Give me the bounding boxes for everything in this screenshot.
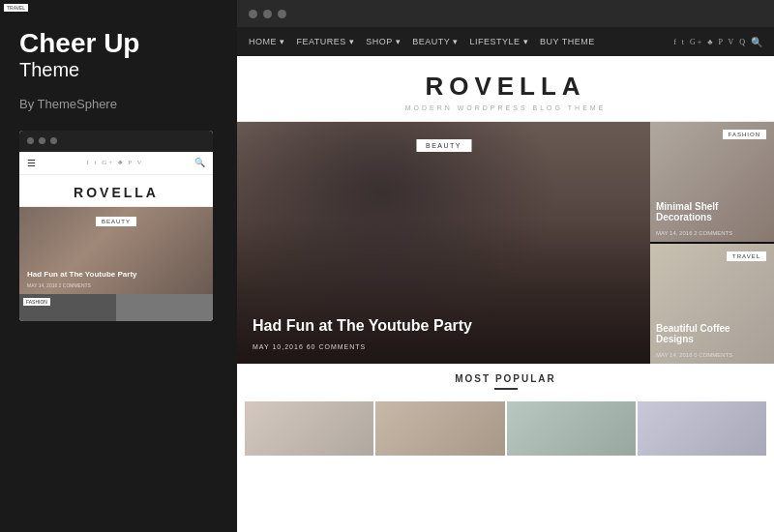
- site-header: ROVELLA MODERN WORDPRESS BLOG THEME: [237, 56, 774, 122]
- mini-social-icons: f t G+ ♣ P V: [86, 159, 143, 166]
- mini-fashion-badge: FASHION: [23, 298, 50, 306]
- site-main: BEAUTY Had Fun at The Youtube Party MAY …: [237, 122, 774, 532]
- theme-title-line2: Theme: [19, 59, 218, 81]
- mini-hamburger-icon: ☰: [27, 158, 36, 168]
- hero-side-top-image: [650, 122, 774, 242]
- mini-dot-3: [50, 137, 57, 144]
- theme-title-line1: Cheer Up: [19, 29, 218, 59]
- mini-hero-title: Had Fun at The Youtube Party: [27, 270, 137, 279]
- mini-hero: BEAUTY Had Fun at The Youtube Party MAY …: [19, 207, 213, 294]
- hero-main[interactable]: BEAUTY Had Fun at The Youtube Party MAY …: [237, 122, 650, 364]
- hero-side-top-title: Minimal Shelf Decorations: [656, 201, 768, 222]
- hero-side-top-badge: FASHION: [723, 130, 766, 139]
- most-popular-title: MOST POPULAR: [237, 373, 774, 384]
- thumb-4[interactable]: [638, 401, 766, 456]
- most-popular-section: MOST POPULAR: [237, 364, 774, 396]
- nav-right: f t G+ ♣ P V Q 🔍: [673, 37, 762, 47]
- most-popular-divider: [494, 388, 518, 390]
- hero-main-badge: BEAUTY: [416, 139, 471, 152]
- hero-side-bottom-title: Beautiful Coffee Designs: [656, 323, 768, 344]
- hero-main-title: Had Fun at The Youtube Party: [253, 317, 472, 335]
- nav-beauty[interactable]: BEAUTY ▾: [412, 37, 458, 46]
- hero-side-bottom[interactable]: TRAVEL Beautiful Coffee Designs MAY 14, …: [650, 244, 774, 364]
- nav-buy-theme[interactable]: BUY THEME: [540, 37, 595, 46]
- mini-preview: ☰ f t G+ ♣ P V 🔍 ROVELLA BEAUTY Had Fun …: [19, 131, 213, 321]
- hero-side-bottom-meta: MAY 14, 2016 0 COMMENTS: [656, 352, 732, 358]
- nav-lifestyle[interactable]: LIFESTYLE ▾: [470, 37, 529, 46]
- mini-hero-badge: BEAUTY: [96, 217, 136, 226]
- browser-chrome: [237, 0, 774, 27]
- hero-section: BEAUTY Had Fun at The Youtube Party MAY …: [237, 122, 774, 364]
- mini-search-icon: 🔍: [194, 158, 205, 167]
- mini-bottom-right: TRAVEL: [116, 294, 213, 321]
- browser-dot-3: [278, 10, 286, 18]
- hero-main-meta: MAY 10,2016 60 COMMENTS: [253, 343, 366, 350]
- thumbnails-row: [237, 396, 774, 456]
- mini-nav: ☰ f t G+ ♣ P V 🔍: [19, 152, 213, 175]
- site-logo: ROVELLA: [237, 72, 774, 102]
- nav-features[interactable]: FEATURES ▾: [297, 37, 355, 46]
- mini-hero-meta: MAY 14, 2016 2 COMMENTS: [27, 282, 91, 288]
- mini-dot-2: [39, 137, 45, 144]
- hero-side-bottom-badge: TRAVEL: [727, 251, 766, 261]
- mini-dot-1: [27, 137, 34, 144]
- site-tagline: MODERN WORDPRESS BLOG THEME: [237, 104, 774, 111]
- mini-logo-area: ROVELLA: [19, 175, 213, 207]
- browser-dot-1: [249, 10, 257, 18]
- mini-bottom-left: FASHION: [19, 294, 116, 321]
- browser-dot-2: [263, 10, 272, 18]
- thumb-2[interactable]: [375, 401, 504, 456]
- hero-side-top[interactable]: FASHION Minimal Shelf Decorations MAY 14…: [650, 122, 774, 244]
- hero-side-top-meta: MAY 14, 2016 2 COMMENTS: [656, 230, 732, 236]
- nav-home[interactable]: HOME ▾: [249, 37, 285, 46]
- thumb-1[interactable]: [245, 401, 373, 456]
- hero-side: FASHION Minimal Shelf Decorations MAY 14…: [650, 122, 774, 364]
- nav-shop[interactable]: SHOP ▾: [366, 37, 401, 46]
- mini-bottom-row: FASHION TRAVEL: [19, 294, 213, 321]
- thumb-3[interactable]: [507, 401, 636, 456]
- site-nav: HOME ▾ FEATURES ▾ SHOP ▾ BEAUTY ▾ LIFEST…: [237, 27, 774, 56]
- hero-side-bottom-image: [650, 244, 774, 364]
- browser-content: HOME ▾ FEATURES ▾ SHOP ▾ BEAUTY ▾ LIFEST…: [237, 27, 774, 532]
- mini-browser-bar: [19, 131, 213, 152]
- mini-logo: ROVELLA: [19, 185, 213, 200]
- nav-search-icon[interactable]: 🔍: [751, 37, 762, 47]
- right-panel: HOME ▾ FEATURES ▾ SHOP ▾ BEAUTY ▾ LIFEST…: [237, 0, 774, 532]
- nav-links: HOME ▾ FEATURES ▾ SHOP ▾ BEAUTY ▾ LIFEST…: [249, 37, 595, 46]
- nav-social-icons: f t G+ ♣ P V Q: [673, 38, 747, 46]
- theme-author: By ThemeSphere: [19, 97, 218, 111]
- left-panel: Cheer Up Theme By ThemeSphere ☰ f t G+ ♣…: [0, 0, 237, 532]
